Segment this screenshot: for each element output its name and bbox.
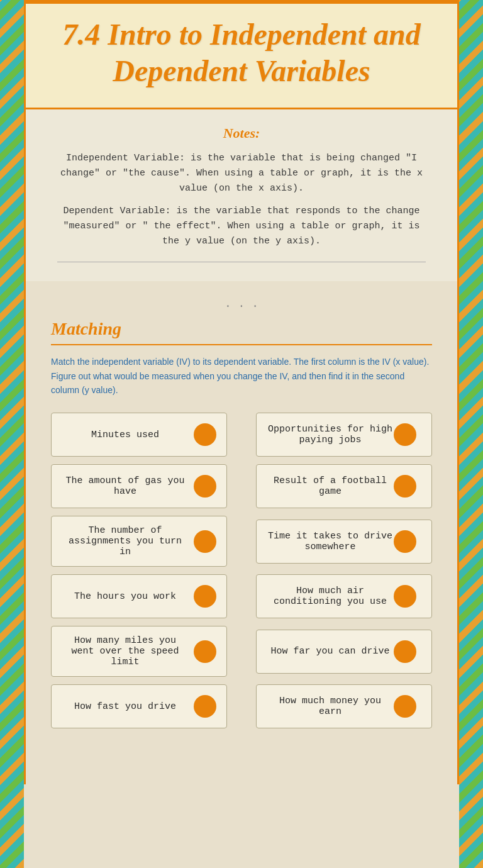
iv-card-1[interactable]: Minutes used (51, 413, 227, 457)
dv-card-3-text: Time it takes to drive somewhere (267, 531, 394, 552)
right-border-decoration (459, 0, 483, 868)
dv-card-5-text: How far you can drive (267, 646, 394, 657)
notes-section: Notes: Independent Variable: is the vari… (24, 109, 459, 281)
iv-card-2-text: The amount of gas you have (62, 476, 189, 497)
page-title: 7.4 Intro to Independent and Dependent V… (51, 16, 432, 89)
matching-row: The number of assignments you turn in Ti… (51, 516, 432, 567)
circle-left-1 (194, 423, 216, 446)
dv-card-1[interactable]: Opportunities for high paying jobs (256, 413, 432, 457)
header-section: 7.4 Intro to Independent and Dependent V… (24, 4, 459, 109)
independent-variable-note: Independent Variable: is the variable th… (57, 151, 426, 196)
matching-instructions: Match the independent variable (IV) to i… (51, 355, 432, 397)
iv-card-4-text: The hours you work (62, 591, 189, 602)
circle-right-1 (394, 423, 416, 446)
dv-card-2-text: Result of a football game (267, 476, 394, 497)
left-border-decoration (0, 0, 24, 868)
dv-card-2[interactable]: Result of a football game (256, 464, 432, 508)
dv-card-4-text: How much air conditioning you use (267, 586, 394, 607)
circle-left-4 (194, 585, 216, 608)
matching-grid: Minutes used Opportunities for high payi… (51, 413, 432, 728)
matching-row: The amount of gas you have Result of a f… (51, 464, 432, 508)
body-section: · · · Matching Match the independent var… (24, 281, 459, 784)
iv-card-1-text: Minutes used (62, 430, 189, 440)
circle-left-3 (194, 530, 216, 553)
circle-right-4 (394, 585, 416, 608)
circle-left-2 (194, 475, 216, 498)
dv-card-4[interactable]: How much air conditioning you use (256, 574, 432, 618)
circle-right-2 (394, 475, 416, 498)
dv-card-6-text: How much money you earn (267, 696, 394, 717)
notes-divider (57, 262, 426, 262)
matching-row: How many miles you went over the speed l… (51, 626, 432, 677)
circle-left-5 (194, 640, 216, 663)
dependent-variable-note: Dependent Variable: is the variable that… (57, 204, 426, 249)
matching-divider (51, 344, 432, 345)
dv-card-3[interactable]: Time it takes to drive somewhere (256, 520, 432, 564)
iv-card-3[interactable]: The number of assignments you turn in (51, 516, 227, 567)
matching-heading: Matching (51, 319, 432, 339)
dv-card-1-text: Opportunities for high paying jobs (267, 424, 394, 445)
decorative-dots: · · · (51, 300, 432, 313)
circle-right-6 (394, 695, 416, 718)
circle-right-5 (394, 640, 416, 663)
circle-right-3 (394, 530, 416, 553)
iv-card-4[interactable]: The hours you work (51, 574, 227, 618)
main-wrapper: 7.4 Intro to Independent and Dependent V… (24, 0, 459, 868)
circle-left-6 (194, 695, 216, 718)
iv-card-5[interactable]: How many miles you went over the speed l… (51, 626, 227, 677)
matching-row: The hours you work How much air conditio… (51, 574, 432, 618)
iv-card-2[interactable]: The amount of gas you have (51, 464, 227, 508)
dv-card-5[interactable]: How far you can drive (256, 630, 432, 674)
iv-card-3-text: The number of assignments you turn in (62, 525, 189, 557)
notes-label: Notes: (57, 125, 426, 142)
matching-row: How fast you drive How much money you ea… (51, 684, 432, 728)
dv-card-6[interactable]: How much money you earn (256, 684, 432, 728)
iv-card-6[interactable]: How fast you drive (51, 684, 227, 728)
iv-card-5-text: How many miles you went over the speed l… (62, 635, 189, 667)
iv-card-6-text: How fast you drive (62, 701, 189, 712)
matching-row: Minutes used Opportunities for high payi… (51, 413, 432, 457)
